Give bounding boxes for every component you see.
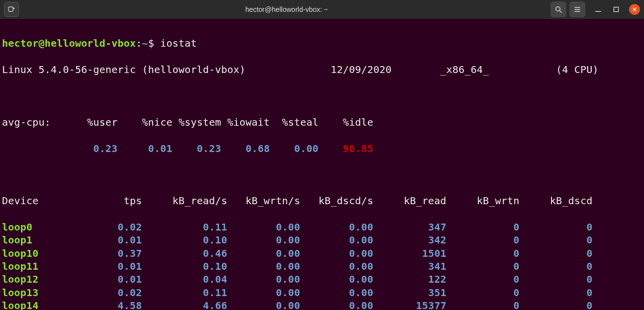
search-button[interactable] xyxy=(551,1,566,17)
new-tab-button[interactable] xyxy=(4,2,19,17)
device-kbwrtn-s: 0.00 xyxy=(227,273,300,285)
device-kbdscd-s: 0.00 xyxy=(300,260,373,272)
device-kbread: 351 xyxy=(373,287,447,299)
avgcpu-value: 0.01 xyxy=(118,143,173,155)
device-name: loop1 xyxy=(2,234,87,246)
avgcpu-header: avg-cpu: %user %nice %system %iowait %st… xyxy=(2,116,641,129)
device-kbread-s: 0.11 xyxy=(142,287,227,299)
device-name: loop11 xyxy=(2,260,87,272)
device-tps: 0.01 xyxy=(87,273,142,285)
titlebar: hector@helloworld-vbox: ~ xyxy=(0,0,644,19)
device-kbwrtn: 0 xyxy=(447,273,520,285)
device-row: loop12 0.01 0.04 0.00 0.00 122 0 0 xyxy=(2,273,641,286)
hamburger-icon xyxy=(573,5,581,13)
close-button[interactable] xyxy=(629,4,640,15)
avgcpu-idle: 98.85 xyxy=(319,143,373,155)
device-kbwrtn-s: 0.00 xyxy=(227,287,300,299)
device-row: loop13 0.02 0.11 0.00 0.00 351 0 0 xyxy=(2,286,641,299)
prompt-dollar: $ xyxy=(148,37,154,49)
svg-rect-7 xyxy=(614,7,619,12)
device-kbwrtn: 0 xyxy=(447,247,520,259)
menu-button[interactable] xyxy=(569,1,585,17)
device-name: loop12 xyxy=(2,273,87,285)
device-kbdscd-s: 0.00 xyxy=(300,273,373,285)
device-kbdscd-s: 0.00 xyxy=(300,300,373,310)
window-title: hector@helloworld-vbox: ~ xyxy=(23,5,551,13)
device-kbread: 122 xyxy=(373,273,447,285)
device-kbwrtn: 0 xyxy=(447,221,520,233)
maximize-icon xyxy=(613,6,619,12)
device-kbread: 1501 xyxy=(373,247,447,259)
avgcpu-values: 0.23 0.01 0.23 0.68 0.00 98.85 xyxy=(2,142,641,155)
terminal-output[interactable]: hector@helloworld-vbox:~$ iostat Linux 5… xyxy=(0,19,644,310)
device-kbread-s: 0.04 xyxy=(142,273,227,285)
svg-line-2 xyxy=(559,10,561,12)
search-icon xyxy=(554,5,562,13)
device-tps: 0.01 xyxy=(87,234,142,246)
device-row: loop11 0.01 0.10 0.00 0.00 341 0 0 xyxy=(2,260,641,273)
device-kbdscd-s: 0.00 xyxy=(300,287,373,299)
device-kbdscd-s: 0.00 xyxy=(300,234,373,246)
device-kbdscd-s: 0.00 xyxy=(300,247,373,259)
device-kbread-s: 0.10 xyxy=(142,234,227,246)
device-kbread: 341 xyxy=(373,260,447,272)
device-kbwrtn-s: 0.00 xyxy=(227,247,300,259)
maximize-button[interactable] xyxy=(611,4,621,14)
device-row: loop14 4.58 4.66 0.00 0.00 15377 0 0 xyxy=(2,299,641,310)
avgcpu-value: 0.23 xyxy=(57,143,117,155)
device-kbwrtn: 0 xyxy=(447,287,520,299)
device-kbwrtn-s: 0.00 xyxy=(227,221,300,233)
device-kbread-s: 4.66 xyxy=(142,300,227,310)
prompt-line: hector@helloworld-vbox:~$ iostat xyxy=(2,37,641,50)
device-kbwrtn: 0 xyxy=(447,260,520,272)
device-tps: 0.02 xyxy=(87,221,142,233)
prompt-path: ~ xyxy=(142,37,148,49)
minimize-icon xyxy=(595,6,601,12)
device-row: loop10 0.37 0.46 0.00 0.00 1501 0 0 xyxy=(2,247,641,260)
device-name: loop0 xyxy=(2,221,87,233)
prompt-sep: : xyxy=(136,37,142,49)
close-icon xyxy=(632,6,638,12)
device-row: loop0 0.02 0.11 0.00 0.00 347 0 0 xyxy=(2,221,641,233)
device-kbwrtn-s: 0.00 xyxy=(227,234,300,246)
device-kbwrtn-s: 0.00 xyxy=(227,260,300,272)
device-kbdscd: 0 xyxy=(520,247,593,259)
device-kbdscd: 0 xyxy=(520,273,593,285)
avgcpu-value: 0.68 xyxy=(221,143,270,155)
device-kbread: 342 xyxy=(373,234,447,246)
device-tps: 0.37 xyxy=(87,247,142,259)
prompt-userhost: hector@helloworld-vbox xyxy=(2,37,136,49)
device-kbwrtn-s: 0.00 xyxy=(227,300,300,310)
device-tps: 0.01 xyxy=(87,260,142,272)
svg-rect-0 xyxy=(8,7,13,11)
device-kbdscd: 0 xyxy=(520,300,593,310)
device-kbwrtn: 0 xyxy=(447,234,520,246)
device-kbread-s: 0.10 xyxy=(142,260,227,272)
avgcpu-value: 0.00 xyxy=(270,143,319,155)
device-kbdscd-s: 0.00 xyxy=(300,221,373,233)
device-kbdscd: 0 xyxy=(520,221,593,233)
device-kbdscd: 0 xyxy=(520,287,593,299)
device-kbread: 347 xyxy=(373,221,447,233)
device-kbread: 15377 xyxy=(373,300,447,310)
device-kbdscd: 0 xyxy=(520,234,593,246)
device-tps: 0.02 xyxy=(87,287,142,299)
device-tps: 4.58 xyxy=(87,300,142,310)
avgcpu-value: 0.23 xyxy=(173,143,221,155)
system-info-line: Linux 5.4.0-56-generic (helloworld-vbox)… xyxy=(2,63,641,76)
device-name: loop14 xyxy=(2,300,87,310)
command: iostat xyxy=(160,37,196,49)
device-name: loop13 xyxy=(2,287,87,299)
minimize-button[interactable] xyxy=(593,4,603,14)
device-kbwrtn: 0 xyxy=(447,300,520,310)
device-name: loop10 xyxy=(2,247,87,259)
device-header: Device tps kB_read/s kB_wrtn/s kB_dscd/s… xyxy=(2,194,641,207)
device-kbread-s: 0.46 xyxy=(142,247,227,259)
device-kbread-s: 0.11 xyxy=(142,221,227,233)
new-tab-icon xyxy=(7,5,15,13)
device-row: loop1 0.01 0.10 0.00 0.00 342 0 0 xyxy=(2,233,641,246)
device-kbdscd: 0 xyxy=(520,260,593,272)
